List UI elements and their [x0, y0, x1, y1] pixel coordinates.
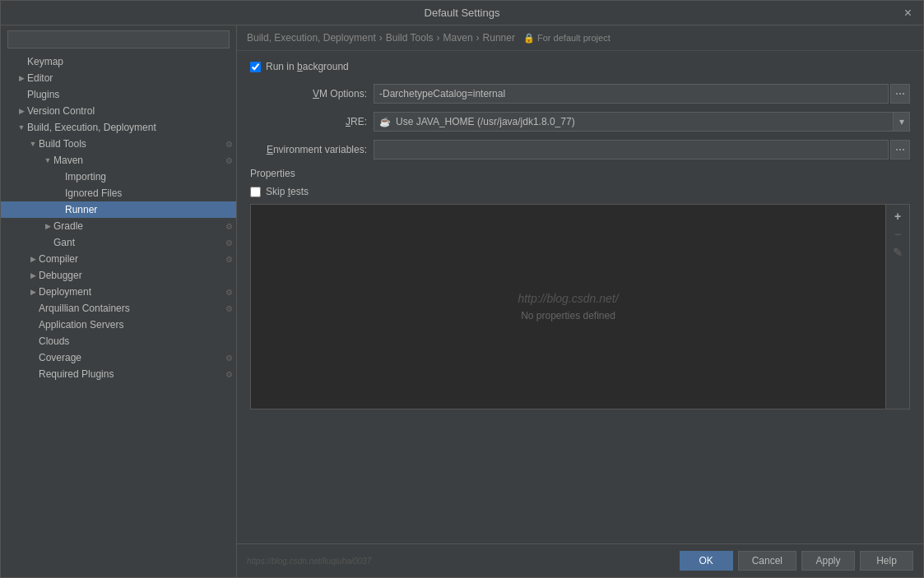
run-in-background-checkbox[interactable] [250, 62, 261, 72]
sidebar-item-importing[interactable]: Importing [1, 169, 236, 185]
skip-tests-row: Skip tests [250, 186, 910, 197]
sidebar-item-label: Application Servers [39, 319, 236, 331]
jre-row: JRE: ☕ Use JAVA_HOME (/usr/java/jdk1.8.0… [250, 112, 910, 132]
sidebar-item-label: Editor [27, 72, 236, 84]
sidebar-item-label: Importing [65, 171, 236, 183]
jre-select-inner: ☕ Use JAVA_HOME (/usr/java/jdk1.8.0_77) [374, 116, 893, 127]
help-button[interactable]: Help [860, 551, 913, 571]
sidebar-item-label: Plugins [27, 89, 236, 100]
env-vars-input-wrap: ⋯ [374, 140, 910, 160]
watermark-url: https://blog.csdn.net/liuqiuhai0037 [247, 557, 675, 566]
gear-icon: ⚙ [225, 370, 233, 379]
sidebar-item-clouds[interactable]: Clouds [1, 333, 236, 349]
vm-options-input[interactable] [374, 84, 889, 104]
run-in-background-row: Run in background [250, 61, 910, 72]
gear-icon: ⚙ [225, 222, 233, 231]
props-watermark: http://blog.csdn.net/ [518, 292, 618, 305]
sidebar-item-label: Gant [53, 237, 225, 248]
sidebar-item-label: Build Tools [39, 138, 225, 150]
jre-select[interactable]: ☕ Use JAVA_HOME (/usr/java/jdk1.8.0_77) … [374, 112, 910, 132]
props-toolbar: + − ✎ [886, 204, 910, 409]
properties-label: Properties [250, 168, 910, 179]
sidebar-item-ignored-files[interactable]: Ignored Files [1, 185, 236, 201]
props-table: http://blog.csdn.net/ No properties defi… [250, 204, 886, 409]
arrow-icon: ▶ [27, 271, 39, 280]
title-bar: Default Settings × [1, 1, 923, 25]
sidebar-item-gant[interactable]: Gant⚙ [1, 234, 236, 251]
sidebar-item-keymap[interactable]: Keymap [1, 53, 236, 70]
ok-button[interactable]: OK [680, 551, 733, 571]
props-area: http://blog.csdn.net/ No properties defi… [250, 204, 910, 409]
close-button[interactable]: × [899, 5, 917, 21]
sidebar-item-compiler[interactable]: ▶Compiler⚙ [1, 251, 236, 267]
sidebar-item-editor[interactable]: ▶Editor [1, 70, 236, 86]
sidebar-item-gradle[interactable]: ▶Gradle⚙ [1, 218, 236, 234]
sidebar-item-label: Runner [65, 204, 236, 215]
props-edit-button[interactable]: ✎ [889, 244, 906, 261]
search-input[interactable] [7, 30, 230, 49]
props-remove-button[interactable]: − [889, 226, 906, 243]
sidebar-item-required-plugins[interactable]: Required Plugins⚙ [1, 366, 236, 382]
dialog-title: Default Settings [425, 7, 500, 19]
sidebar-item-label: Required Plugins [39, 368, 225, 380]
for-default-label: 🔒 For default project [523, 33, 611, 44]
env-vars-input[interactable] [374, 140, 889, 160]
arrow-icon: ▶ [27, 288, 39, 296]
arrow-icon: ▶ [16, 107, 27, 115]
skip-tests-label[interactable]: Skip tests [266, 186, 309, 197]
vm-options-label: VM Options: [250, 88, 374, 99]
sidebar-item-label: Compiler [39, 253, 225, 265]
sidebar-item-app-servers[interactable]: Application Servers [1, 317, 236, 333]
sidebar-item-deployment[interactable]: ▶Deployment⚙ [1, 284, 236, 300]
vm-options-browse-button[interactable]: ⋯ [890, 84, 910, 104]
breadcrumb-part-1: Build Tools [386, 32, 434, 44]
sidebar-item-build-tools[interactable]: ▼Build Tools⚙ [1, 136, 236, 152]
gear-icon: ⚙ [225, 140, 233, 149]
arrow-icon: ▶ [27, 255, 39, 263]
sidebar-item-maven[interactable]: ▼Maven⚙ [1, 152, 236, 169]
right-panel: Build, Execution, Deployment › Build Too… [237, 25, 923, 577]
gear-icon: ⚙ [225, 354, 233, 363]
jre-input-wrap: ☕ Use JAVA_HOME (/usr/java/jdk1.8.0_77) … [374, 112, 910, 132]
bottom-bar: https://blog.csdn.net/liuqiuhai0037 OK C… [237, 543, 923, 577]
sidebar-item-label: Arquillian Containers [39, 303, 225, 314]
apply-button[interactable]: Apply [801, 551, 855, 571]
run-in-background-label[interactable]: Run in background [266, 61, 349, 72]
breadcrumb-sep-0: › [379, 32, 383, 44]
gear-icon: ⚙ [225, 288, 233, 297]
sidebar-item-label: Ignored Files [65, 187, 236, 199]
sidebar-item-debugger[interactable]: ▶Debugger [1, 267, 236, 284]
arrow-icon: ▶ [42, 222, 53, 230]
env-vars-browse-button[interactable]: ⋯ [890, 140, 910, 160]
sidebar-item-label: Maven [53, 155, 225, 166]
breadcrumb-part-3: Runner [483, 32, 515, 44]
props-add-button[interactable]: + [889, 208, 906, 224]
sidebar-item-label: Gradle [53, 220, 225, 232]
sidebar-item-runner[interactable]: Runner [1, 201, 236, 218]
breadcrumb-part-0: Build, Execution, Deployment [247, 32, 376, 44]
jre-chevron-icon[interactable]: ▾ [893, 113, 909, 131]
sidebar-item-label: Version Control [27, 105, 236, 117]
cancel-button[interactable]: Cancel [738, 551, 796, 571]
vm-options-row: VM Options: ⋯ [250, 84, 910, 104]
env-vars-label: Environment variables: [250, 144, 374, 155]
sidebar-item-label: Keymap [27, 56, 236, 67]
breadcrumb-sep-1: › [437, 32, 440, 44]
jre-value: Use JAVA_HOME (/usr/java/jdk1.8.0_77) [396, 116, 575, 127]
sidebar-item-label: Deployment [39, 286, 225, 298]
sidebar-item-version-control[interactable]: ▶Version Control [1, 103, 236, 119]
arrow-icon: ▼ [16, 123, 27, 132]
gear-icon: ⚙ [225, 238, 233, 247]
breadcrumb-part-2: Maven [443, 32, 473, 44]
dialog: Default Settings × Keymap▶EditorPlugins▶… [0, 0, 924, 578]
sidebar-item-arquillian[interactable]: Arquillian Containers⚙ [1, 300, 236, 317]
sidebar-item-plugins[interactable]: Plugins [1, 86, 236, 103]
sidebar-item-build-exec-deploy[interactable]: ▼Build, Execution, Deployment [1, 119, 236, 136]
sidebar-item-label: Coverage [39, 352, 225, 363]
gear-icon: ⚙ [225, 304, 233, 313]
sidebar-item-label: Clouds [39, 335, 236, 347]
skip-tests-checkbox[interactable] [250, 187, 261, 197]
jre-icon: ☕ [379, 117, 391, 127]
arrow-icon: ▼ [42, 156, 53, 164]
sidebar-item-coverage[interactable]: Coverage⚙ [1, 349, 236, 366]
